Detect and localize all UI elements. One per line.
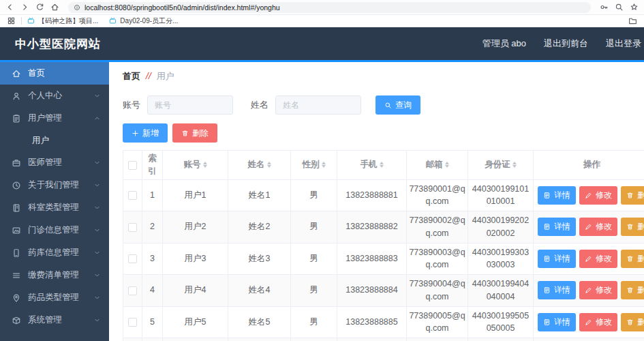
table-row: 5用户5姓名5男13823888885773890005@qq.com44030… — [123, 306, 644, 338]
sort-caret-icon[interactable] — [267, 162, 271, 168]
chevron-down-icon — [93, 294, 101, 301]
edit-button[interactable]: 修改 — [579, 218, 617, 236]
column-header[interactable]: 身份证 — [468, 151, 534, 180]
table-cell: 440300199606060006 — [468, 338, 534, 341]
edit-button[interactable]: 修改 — [579, 313, 617, 331]
sidebar-item-10[interactable]: 药品类型管理 — [0, 286, 109, 309]
bookmarks-divider — [21, 17, 22, 25]
table-cell: 用户6 — [163, 338, 228, 341]
bookmarks-folder-icon[interactable] — [628, 16, 637, 25]
detail-button[interactable]: 详情 — [538, 250, 576, 268]
clock-icon — [12, 181, 21, 190]
detail-button[interactable]: 详情 — [538, 281, 576, 299]
delete-row-button[interactable]: 删除 — [621, 250, 644, 268]
edit-button[interactable]: 修改 — [579, 250, 617, 268]
delete-row-button[interactable]: 删除 — [621, 186, 644, 205]
sort-caret-icon[interactable] — [322, 162, 326, 168]
detail-button[interactable]: 详情 — [538, 218, 576, 236]
chevron-up-icon — [93, 115, 101, 122]
zoom-search-icon[interactable] — [615, 3, 624, 12]
row-checkbox[interactable] — [128, 318, 137, 327]
refresh-icon[interactable] — [35, 3, 44, 12]
sidebar-item-6[interactable]: 科室类型管理 — [0, 196, 109, 219]
column-header[interactable]: 邮箱 — [407, 151, 468, 180]
bookmark-item-2[interactable]: Day02-09-员工分... — [109, 16, 178, 26]
table-cell: 姓名3 — [228, 243, 291, 275]
sidebar-item-2[interactable]: 个人中心 — [0, 85, 109, 107]
table-cell: 男 — [291, 211, 337, 243]
detail-button[interactable]: 详情 — [538, 186, 576, 205]
sidebar-item-8[interactable]: 药库信息管理 — [0, 241, 109, 264]
bookmarks-bar: 【码神之路】项目...Day02-09-员工分... — [0, 15, 644, 27]
column-header[interactable]: 手机 — [337, 151, 407, 180]
row-checkbox[interactable] — [128, 286, 137, 295]
table-cell: 姓名4 — [228, 275, 291, 307]
home-icon — [12, 69, 21, 78]
add-button[interactable]: 新增 — [123, 123, 168, 143]
table-cell: 13823888881 — [337, 179, 407, 211]
address-bar[interactable]: localhost:8080/springbootil5n0/admin/dis… — [68, 2, 591, 13]
row-checkbox[interactable] — [128, 254, 137, 263]
sidebar-item-3[interactable]: 用户管理 — [0, 107, 109, 130]
chevron-down-icon — [93, 181, 101, 189]
column-header[interactable]: 性别 — [291, 151, 337, 180]
breadcrumb-home[interactable]: 首页 — [123, 70, 140, 83]
sort-caret-icon[interactable] — [380, 162, 384, 168]
column-header: 索引 — [142, 151, 163, 180]
sidebar-item-7[interactable]: 门诊信息管理 — [0, 219, 109, 241]
select-all-checkbox[interactable] — [128, 161, 137, 170]
batch-delete-button[interactable]: 删除 — [172, 123, 217, 143]
table-cell: 773890001@qq.com — [407, 179, 468, 211]
sidebar-item-5[interactable]: 关于我们管理 — [0, 174, 109, 196]
edit-button[interactable]: 修改 — [579, 186, 617, 205]
row-checkbox[interactable] — [128, 223, 137, 232]
site-info-icon[interactable] — [74, 4, 80, 11]
edit-button[interactable]: 修改 — [579, 281, 617, 299]
clipboard-icon — [12, 114, 21, 123]
column-header: 操作 — [534, 151, 644, 180]
admin-user-label[interactable]: 管理员 abo — [482, 38, 526, 50]
sidebar-item-11[interactable]: 系统管理 — [0, 309, 109, 331]
table-cell: 男 — [291, 275, 337, 307]
trash-icon — [626, 286, 634, 294]
sidebar-item-9[interactable]: 缴费清单管理 — [0, 264, 109, 286]
bookmark-item-1[interactable]: 【码神之路】项目... — [27, 16, 98, 26]
apps-grid-icon[interactable] — [7, 16, 16, 25]
sidebar-item-4[interactable]: 医师管理 — [0, 151, 109, 174]
bookmark-star-icon[interactable] — [630, 3, 639, 12]
column-header[interactable]: 姓名 — [228, 151, 291, 180]
browser-toolbar: localhost:8080/springbootil5n0/admin/dis… — [0, 0, 644, 15]
table-row: 6用户6姓名6男13823888886773890006@qq.com44030… — [123, 338, 644, 341]
sidebar-item-1[interactable]: 首页 — [0, 62, 109, 85]
forward-icon[interactable] — [20, 3, 29, 12]
account-input[interactable] — [147, 95, 233, 115]
detail-button[interactable]: 详情 — [538, 313, 576, 331]
delete-row-button[interactable]: 删除 — [621, 313, 644, 331]
sort-caret-icon[interactable] — [445, 162, 449, 168]
table-cell: 男 — [291, 243, 337, 275]
back-icon[interactable] — [5, 3, 14, 12]
phone-icon — [12, 248, 21, 258]
delete-row-button[interactable]: 删除 — [621, 281, 644, 299]
logout-link[interactable]: 退出登录 — [606, 38, 641, 50]
search-button[interactable]: 查询 — [375, 95, 420, 115]
column-header[interactable]: 账号 — [163, 151, 228, 180]
exit-to-front-link[interactable]: 退出到前台 — [544, 38, 588, 50]
table-toolbar: 新增 删除 — [123, 123, 644, 143]
sidebar-subitem[interactable]: 用户 — [0, 130, 109, 151]
table-cell: 3 — [142, 243, 163, 275]
browser-home-icon[interactable] — [50, 3, 59, 12]
password-key-icon[interactable] — [600, 3, 609, 12]
user-icon — [12, 91, 21, 101]
name-input[interactable] — [275, 95, 361, 115]
delete-row-button[interactable]: 删除 — [621, 218, 644, 236]
table-row: 3用户3姓名3男13823888883773890003@qq.com44030… — [123, 243, 644, 275]
table-cell: 用户4 — [163, 275, 228, 307]
sort-caret-icon[interactable] — [203, 162, 207, 168]
chevron-down-icon — [93, 249, 101, 256]
document-icon — [543, 255, 551, 263]
app-header: 中小型医院网站 管理员 abo 退出到前台 退出登录 — [0, 27, 644, 60]
table-row: 4用户4姓名4男13823888884773890004@qq.com44030… — [123, 275, 644, 307]
sort-caret-icon[interactable] — [512, 162, 517, 168]
row-checkbox[interactable] — [128, 191, 137, 200]
